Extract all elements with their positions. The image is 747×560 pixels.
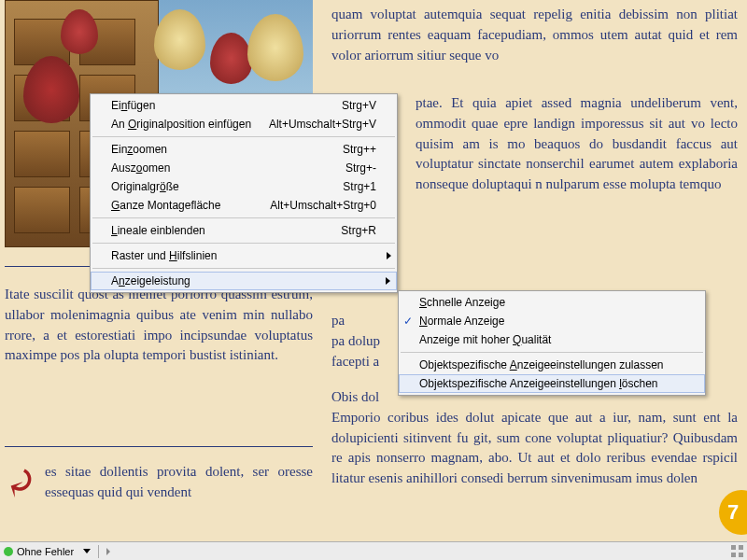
body-text: quam voluptat autemquia sequat repelig e… bbox=[331, 5, 738, 65]
menu-item-label: Objektspezifische Anzeigeeinstellungen z… bbox=[419, 358, 684, 371]
menu-item-label: Einzoomen bbox=[111, 143, 343, 156]
menu-item-shortcut: Strg+1 bbox=[343, 180, 376, 193]
ctx-item-5[interactable]: OriginalgrößeStrg+1 bbox=[91, 177, 397, 196]
page-number-badge: 7 bbox=[719, 490, 747, 535]
menu-item-label: Normale Anzeige bbox=[419, 315, 684, 328]
context-menu: EinfügenStrg+VAn Originalposition einfüg… bbox=[90, 93, 398, 293]
sub-item-5[interactable]: Objektspezifische Anzeigeeinstellungen l… bbox=[399, 374, 705, 393]
ctx-item-4[interactable]: AuszoomenStrg+- bbox=[91, 159, 397, 177]
body-text: Emporio coribus ides dolut apicate que a… bbox=[331, 408, 738, 489]
menu-item-label: Ganze Montagefläche bbox=[111, 199, 270, 212]
check-icon: ✓ bbox=[403, 315, 413, 328]
status-text: Ohne Fehler bbox=[17, 546, 74, 557]
menu-item-label: Originalgröße bbox=[111, 180, 343, 193]
menu-item-label: An Originalposition einfügen bbox=[111, 118, 269, 131]
ctx-item-10[interactable]: Raster und Hilfslinien bbox=[91, 246, 397, 265]
submenu-arrow-icon bbox=[386, 277, 390, 285]
menu-item-label: Auszoomen bbox=[111, 161, 345, 175]
sub-item-2[interactable]: Anzeige mit hoher Qualität bbox=[399, 330, 705, 349]
ctx-item-8[interactable]: Lineale einblendenStrg+R bbox=[91, 221, 397, 240]
menu-separator bbox=[92, 268, 395, 269]
menu-item-label: Objektspezifische Anzeigeeinstellungen l… bbox=[419, 377, 684, 390]
menu-item-shortcut: Alt+Umschalt+Strg+0 bbox=[270, 199, 376, 212]
ctx-item-12[interactable]: Anzeigeleistung bbox=[91, 272, 397, 290]
menu-item-label: Anzeige mit hoher Qualität bbox=[419, 333, 684, 346]
status-dropdown-icon[interactable] bbox=[83, 549, 91, 553]
ctx-item-6[interactable]: Ganze MontageflächeAlt+Umschalt+Strg+0 bbox=[91, 196, 397, 215]
status-bar: Ohne Fehler bbox=[0, 541, 747, 560]
status-ok-icon bbox=[4, 547, 13, 556]
horizontal-rule bbox=[5, 446, 313, 447]
ctx-item-0[interactable]: EinfügenStrg+V bbox=[91, 96, 397, 115]
menu-item-shortcut: Alt+Umschalt+Strg+V bbox=[269, 118, 376, 131]
prev-icon[interactable] bbox=[106, 548, 112, 555]
body-text: ptae. Et quia apiet assed magnia undelib… bbox=[416, 93, 738, 195]
menu-item-label: Schnelle Anzeige bbox=[419, 296, 684, 309]
menu-item-label: Einfügen bbox=[111, 99, 342, 112]
body-text: ⤾ es sitae dollentis provita dolent, ser… bbox=[5, 462, 313, 503]
body-text: Itate suscilit quost as nieniet poriorro… bbox=[5, 285, 313, 366]
menu-separator bbox=[92, 243, 395, 244]
menu-item-label: Lineale einblenden bbox=[111, 224, 341, 237]
menu-separator bbox=[92, 136, 395, 137]
menu-item-label: Raster und Hilfslinien bbox=[111, 249, 376, 262]
sub-item-1[interactable]: ✓Normale Anzeige bbox=[399, 312, 705, 330]
submenu-arrow-icon bbox=[387, 252, 391, 259]
sub-item-0[interactable]: Schnelle Anzeige bbox=[399, 293, 705, 312]
menu-item-label: Anzeigeleistung bbox=[111, 274, 376, 287]
menu-item-shortcut: Strg++ bbox=[343, 143, 376, 156]
menu-item-shortcut: Strg+- bbox=[345, 161, 376, 175]
context-submenu-anzeigeleistung: Schnelle Anzeige✓Normale AnzeigeAnzeige … bbox=[398, 290, 706, 396]
drop-cap: ⤾ bbox=[0, 457, 45, 507]
view-grid-icon[interactable] bbox=[731, 545, 743, 557]
menu-item-shortcut: Strg+R bbox=[341, 224, 376, 237]
menu-item-shortcut: Strg+V bbox=[342, 99, 376, 112]
sub-item-4[interactable]: Objektspezifische Anzeigeeinstellungen z… bbox=[399, 356, 705, 374]
ctx-item-1[interactable]: An Originalposition einfügenAlt+Umschalt… bbox=[91, 115, 397, 133]
menu-separator bbox=[401, 352, 703, 353]
menu-separator bbox=[92, 217, 395, 218]
ctx-item-3[interactable]: EinzoomenStrg++ bbox=[91, 140, 397, 159]
